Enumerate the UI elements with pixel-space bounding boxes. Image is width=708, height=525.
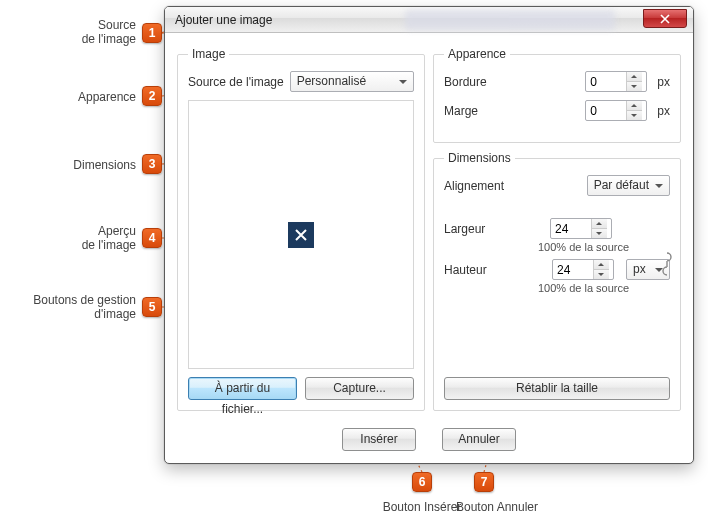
height-label: Hauteur	[444, 263, 506, 277]
marker-6: 6	[412, 472, 432, 492]
placeholder-icon	[288, 222, 314, 248]
annotation-label-4: Aperçu de l'image	[70, 224, 136, 252]
width-label: Largeur	[444, 222, 506, 236]
height-percent: 100% de la source	[538, 282, 670, 294]
dialog-add-image: Ajouter une image Image Source de l'imag…	[164, 6, 694, 464]
align-label: Alignement	[444, 179, 506, 193]
border-row: Bordure px	[444, 71, 670, 92]
left-column: Image Source de l'image Personnalisé À p	[177, 47, 425, 411]
appearance-group-legend: Apparence	[444, 47, 510, 61]
footer-buttons: Insérer Annuler	[165, 428, 693, 451]
align-select-value: Par défaut	[594, 176, 649, 195]
marker-4: 4	[142, 228, 162, 248]
annotation-label-6: Bouton Insérer	[382, 500, 462, 514]
spinner-arrows-icon[interactable]	[626, 72, 642, 91]
image-preview	[188, 100, 414, 369]
blurred-parent-title	[405, 10, 615, 30]
spinner-arrows-icon[interactable]	[593, 260, 609, 279]
dimensions-group: Dimensions Alignement Par défaut Largeur	[433, 151, 681, 411]
appearance-group: Apparence Bordure px Marge	[433, 47, 681, 143]
spinner-arrows-icon[interactable]	[626, 101, 642, 120]
height-input[interactable]	[553, 260, 593, 279]
source-label: Source de l'image	[188, 75, 284, 89]
width-spinner[interactable]	[550, 218, 612, 239]
titlebar: Ajouter une image	[165, 7, 693, 33]
height-spinner[interactable]	[552, 259, 614, 280]
margin-row: Marge px	[444, 100, 670, 121]
border-spinner[interactable]	[585, 71, 647, 92]
marker-7: 7	[474, 472, 494, 492]
annotation-label-5: Boutons de gestion d'image	[20, 293, 136, 321]
width-row: Largeur	[444, 218, 670, 239]
dialog-content: Image Source de l'image Personnalisé À p	[177, 47, 681, 411]
dimensions-group-legend: Dimensions	[444, 151, 515, 165]
right-column: Apparence Bordure px Marge	[433, 47, 681, 411]
source-row: Source de l'image Personnalisé	[188, 71, 414, 92]
height-unit-value: px	[633, 260, 646, 279]
source-select-value: Personnalisé	[297, 72, 366, 91]
marker-1: 1	[142, 23, 162, 43]
image-group: Image Source de l'image Personnalisé À p	[177, 47, 425, 411]
annotation-label-7: Bouton Annuler	[452, 500, 542, 514]
from-file-button[interactable]: À partir du fichier...	[188, 377, 297, 400]
marker-5: 5	[142, 297, 162, 317]
link-aspect-icon[interactable]	[662, 241, 672, 287]
source-select[interactable]: Personnalisé	[290, 71, 414, 92]
close-button[interactable]	[643, 9, 687, 28]
marker-2: 2	[142, 86, 162, 106]
margin-input[interactable]	[586, 101, 626, 120]
border-label: Bordure	[444, 75, 492, 89]
width-input[interactable]	[551, 219, 591, 238]
reset-size-button[interactable]: Rétablir la taille	[444, 377, 670, 400]
margin-unit: px	[657, 104, 670, 118]
spinner-arrows-icon[interactable]	[591, 219, 607, 238]
dialog-title: Ajouter une image	[175, 13, 272, 27]
annotation-label-3: Dimensions	[70, 158, 136, 172]
canvas: Ajouter une image Image Source de l'imag…	[0, 0, 708, 525]
height-row: Hauteur px	[444, 259, 670, 280]
marker-3: 3	[142, 154, 162, 174]
reset-row: Rétablir la taille	[444, 377, 670, 400]
image-group-legend: Image	[188, 47, 229, 61]
annotation-label-2: Apparence	[70, 90, 136, 104]
close-icon	[660, 14, 670, 24]
capture-button[interactable]: Capture...	[305, 377, 414, 400]
border-unit: px	[657, 75, 670, 89]
margin-spinner[interactable]	[585, 100, 647, 121]
annotation-label-1: Source de l'image	[70, 18, 136, 46]
insert-button[interactable]: Insérer	[342, 428, 416, 451]
cancel-button[interactable]: Annuler	[442, 428, 516, 451]
width-percent: 100% de la source	[538, 241, 670, 253]
align-select[interactable]: Par défaut	[587, 175, 670, 196]
border-input[interactable]	[586, 72, 626, 91]
margin-label: Marge	[444, 104, 492, 118]
image-buttons-row: À partir du fichier... Capture...	[188, 377, 414, 400]
align-row: Alignement Par défaut	[444, 175, 670, 196]
